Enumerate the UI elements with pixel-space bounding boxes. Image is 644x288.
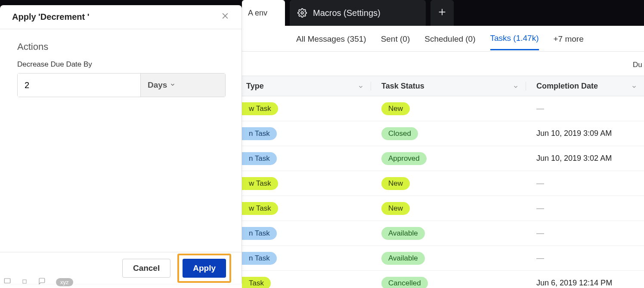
column-status-label: Task Status bbox=[381, 82, 424, 91]
env-tab-label: A env bbox=[248, 9, 267, 18]
status-pill: New bbox=[381, 102, 410, 115]
unit-label: Days bbox=[148, 80, 167, 90]
close-button[interactable] bbox=[221, 12, 229, 22]
type-pill: w Task bbox=[242, 177, 278, 190]
table-row[interactable]: w TaskNew— bbox=[242, 196, 644, 221]
table-header-row: Type Task Status Completion Date bbox=[242, 76, 644, 96]
column-header-type[interactable]: Type bbox=[242, 82, 371, 91]
new-tab-button[interactable] bbox=[430, 0, 454, 26]
decrease-due-date-field: Days bbox=[17, 73, 226, 97]
decrease-value-input[interactable] bbox=[18, 74, 140, 97]
type-pill: n Task bbox=[242, 127, 277, 140]
column-header-status[interactable]: Task Status bbox=[371, 82, 526, 91]
cell-status: Approved bbox=[371, 152, 526, 165]
cell-completion-date: — bbox=[526, 179, 644, 188]
table-row[interactable]: n TaskAvailable— bbox=[242, 246, 644, 271]
type-pill: w Task bbox=[242, 202, 278, 215]
cell-type: w Task bbox=[242, 102, 371, 115]
subtab-all-messages[interactable]: All Messages (351) bbox=[296, 28, 366, 50]
cell-type: w Task bbox=[242, 177, 371, 190]
status-pill: New bbox=[381, 202, 410, 215]
cell-status: Closed bbox=[371, 127, 526, 140]
cell-status: Available bbox=[371, 227, 526, 240]
cell-completion-date: — bbox=[526, 254, 644, 263]
modal-header: Apply 'Decrement ' bbox=[0, 5, 242, 29]
bottom-status-bar: xyz bbox=[3, 277, 73, 287]
modal-title: Apply 'Decrement ' bbox=[12, 12, 90, 22]
table-row[interactable]: TaskCancelledJun 6, 2019 12:14 PM bbox=[242, 271, 644, 288]
cell-status: Cancelled bbox=[371, 277, 526, 288]
xyz-badge: xyz bbox=[56, 278, 73, 286]
chevron-down-icon bbox=[513, 83, 519, 89]
cell-type: n Task bbox=[242, 127, 371, 140]
cell-completion-date: Jun 10, 2019 3:02 AM bbox=[526, 154, 644, 163]
table-row[interactable]: n TaskApprovedJun 10, 2019 3:02 AM bbox=[242, 146, 644, 171]
subtabs-row: All Messages (351) Sent (0) Scheduled (0… bbox=[242, 26, 644, 52]
status-pill: Closed bbox=[381, 127, 418, 140]
type-pill: n Task bbox=[242, 227, 277, 240]
subtab-more[interactable]: +7 more bbox=[554, 28, 584, 50]
actions-heading: Actions bbox=[17, 41, 224, 52]
cell-status: New bbox=[371, 177, 526, 190]
subtab-sent[interactable]: Sent (0) bbox=[381, 28, 410, 50]
cell-type: n Task bbox=[242, 227, 371, 240]
table-row[interactable]: w TaskNew— bbox=[242, 171, 644, 196]
chevron-down-icon bbox=[358, 83, 364, 89]
cell-completion-date: — bbox=[526, 229, 644, 238]
cancel-button[interactable]: Cancel bbox=[122, 259, 170, 278]
cell-type: n Task bbox=[242, 252, 371, 265]
svg-point-0 bbox=[301, 12, 303, 14]
plus-icon bbox=[437, 7, 447, 19]
column-type-label: Type bbox=[246, 82, 264, 91]
table-body: w TaskNew—n TaskClosedJun 10, 2019 3:09 … bbox=[242, 96, 644, 288]
table-row[interactable]: n TaskClosedJun 10, 2019 3:09 AM bbox=[242, 121, 644, 146]
apply-button[interactable]: Apply bbox=[183, 259, 226, 278]
chevron-down-icon bbox=[170, 80, 176, 90]
cell-completion-date: Jun 6, 2019 12:14 PM bbox=[526, 279, 644, 288]
gear-icon bbox=[297, 8, 307, 18]
type-pill: w Task bbox=[242, 102, 278, 115]
apply-button-highlight: Apply bbox=[177, 254, 231, 283]
browser-tab-env[interactable]: A env bbox=[242, 0, 285, 26]
status-pill: Available bbox=[381, 252, 425, 265]
type-pill: Task bbox=[242, 277, 271, 288]
column-completion-label: Completion Date bbox=[536, 82, 598, 91]
close-icon bbox=[221, 12, 229, 22]
cell-completion-date: — bbox=[526, 104, 644, 113]
due-date-header-fragment: Du bbox=[633, 58, 644, 72]
unit-select[interactable]: Days bbox=[140, 74, 225, 97]
chat-icon bbox=[38, 277, 46, 287]
status-pill: Cancelled bbox=[381, 277, 428, 288]
column-header-completion[interactable]: Completion Date bbox=[526, 82, 644, 91]
cell-completion-date: Jun 10, 2019 3:09 AM bbox=[526, 129, 644, 138]
apply-decrement-modal: Apply 'Decrement ' Actions Decrease Due … bbox=[0, 5, 242, 284]
macros-tab-label: Macros (Settings) bbox=[313, 8, 381, 18]
browser-tab-macros[interactable]: Macros (Settings) bbox=[290, 0, 426, 26]
cell-status: Available bbox=[371, 252, 526, 265]
type-pill: n Task bbox=[242, 152, 277, 165]
table-row[interactable]: n TaskAvailable— bbox=[242, 221, 644, 246]
status-pill: Approved bbox=[381, 152, 427, 165]
modal-body: Actions Decrease Due Date By Days bbox=[0, 29, 242, 252]
status-pill: New bbox=[381, 177, 410, 190]
window-icon bbox=[3, 277, 11, 287]
subtab-tasks[interactable]: Tasks (1.47k) bbox=[490, 27, 539, 50]
status-pill: Available bbox=[381, 227, 425, 240]
svg-rect-5 bbox=[4, 279, 10, 283]
subtab-scheduled[interactable]: Scheduled (0) bbox=[424, 28, 475, 50]
svg-rect-6 bbox=[23, 280, 26, 283]
cell-status: New bbox=[371, 102, 526, 115]
square-icon bbox=[22, 278, 28, 287]
table-row[interactable]: w TaskNew— bbox=[242, 96, 644, 121]
decrease-due-date-label: Decrease Due Date By bbox=[17, 60, 224, 69]
cell-type: n Task bbox=[242, 152, 371, 165]
cell-type: w Task bbox=[242, 202, 371, 215]
cell-completion-date: — bbox=[526, 204, 644, 213]
type-pill: n Task bbox=[242, 252, 277, 265]
chevron-down-icon bbox=[631, 83, 637, 89]
cell-status: New bbox=[371, 202, 526, 215]
cell-type: Task bbox=[242, 277, 371, 288]
